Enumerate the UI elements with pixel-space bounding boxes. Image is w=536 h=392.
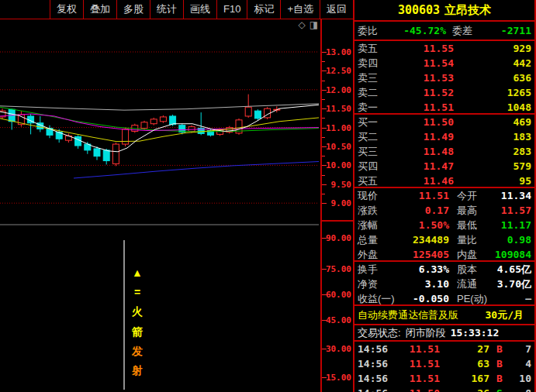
y-axis-label: 9.50: [331, 180, 352, 190]
ask-row[interactable]: 卖四11.54442: [354, 56, 534, 70]
bid-row[interactable]: 买一11.50469: [354, 115, 534, 129]
info-value: 3.70亿: [493, 277, 531, 291]
info-value: 125405: [403, 249, 449, 260]
bid-volume: 579: [454, 160, 531, 172]
rocket-launch-annotation: =: [134, 286, 140, 298]
kline-chart[interactable]: ▲=火箭发射: [0, 19, 320, 392]
info-value: 11.51: [403, 190, 449, 201]
y-axis-tick: [322, 203, 327, 204]
bid-row[interactable]: 买四11.47579: [354, 159, 534, 174]
quote-panel: 300603 立昂技术 委比 -45.72% 委差 -2711 卖五11.559…: [353, 0, 536, 392]
bid-row[interactable]: 买二11.49183: [354, 129, 534, 144]
ask-price: 11.52: [399, 87, 454, 98]
ask-volume: 1048: [454, 101, 531, 113]
bid-label: 买一: [358, 115, 399, 129]
info-row: 涨幅1.50%最低11.17: [354, 218, 534, 232]
stock-code: 300603: [398, 3, 440, 17]
info-value: 6.33%: [403, 263, 449, 275]
info-label: 量比: [457, 233, 493, 247]
trade-side: B: [489, 358, 510, 370]
ask-row[interactable]: 卖一11.511048: [354, 100, 534, 115]
subscription-banner[interactable]: 自动续费通达信普及版 30元/月: [354, 306, 534, 325]
rocket-launch-annotation: 射: [131, 364, 143, 377]
market-status-row: 交易状态: 闭市阶段 15:33:12: [354, 325, 534, 342]
marker-diamond-icon[interactable]: ◇: [298, 19, 305, 30]
toolbar-button-adjust-price[interactable]: 复权: [50, 0, 83, 19]
info-value: 4.65亿: [493, 263, 531, 277]
candle-body: [245, 107, 251, 116]
kline-svg: ▲=火箭发射: [0, 19, 320, 392]
y-axis-tick: [322, 165, 327, 166]
subscription-text: 自动续费通达信普及版: [358, 308, 458, 322]
toolbar-button-draw-line[interactable]: 画线: [183, 0, 216, 19]
y-axis-tick: [322, 61, 325, 62]
bid-volume: 95: [454, 175, 531, 187]
y-axis-tick: [322, 99, 325, 100]
trading-app-window: 复权叠加多股统计画线F10标记+自选返回 ▲=火箭发射 ◇ ◨ 13.0012.…: [0, 0, 536, 392]
quote-summary: 现价11.51今开11.34涨跌0.17最高11.57涨幅1.50%最低11.1…: [354, 188, 534, 262]
info-value: 0.17: [403, 205, 449, 216]
rocket-launch-annotation: 发: [131, 345, 143, 357]
toolbar-button-multi-stock[interactable]: 多股: [116, 0, 150, 19]
ask-row[interactable]: 卖二11.521265: [354, 85, 534, 100]
trade-broker-count: 7: [510, 343, 531, 355]
info-label: 外盘: [358, 248, 403, 262]
info-label: 总量: [358, 233, 403, 247]
y-axis-label: 13.00: [326, 47, 351, 57]
candle-body: [75, 136, 81, 146]
weibi-row: 委比 -45.72% 委差 -2711: [354, 22, 534, 41]
y-axis-tick: [322, 108, 327, 109]
sub-axis-tick: [322, 294, 327, 295]
y-axis-tick: [322, 128, 327, 129]
ma-blue: [74, 162, 319, 178]
tick-trade-list[interactable]: 14:5611.5127B714:5611.5163B414:5611.5116…: [354, 342, 534, 392]
info-label: 净资: [358, 277, 403, 291]
trade-volume: 167: [440, 373, 489, 384]
info-value: 11.34: [493, 190, 531, 201]
info-label: 最低: [457, 218, 493, 232]
stock-header: 300603 立昂技术: [354, 0, 534, 22]
status-label: 交易状态:: [358, 326, 401, 340]
ask-row[interactable]: 卖三11.53636: [354, 70, 534, 85]
info-label: 涨幅: [358, 218, 403, 232]
toolbar-button-f10[interactable]: F10: [216, 0, 247, 19]
sub-axis-tick: [322, 320, 327, 321]
y-axis-tick: [322, 184, 327, 185]
bid-price: 11.47: [399, 160, 454, 172]
info-value: 11.17: [493, 219, 531, 231]
y-axis-tick: [322, 70, 327, 71]
sub-axis-label: 75.00: [326, 264, 351, 274]
trade-row: 14:5611.51167B10: [354, 371, 534, 386]
ask-row[interactable]: 卖五11.55929: [354, 41, 534, 56]
info-label: 今开: [457, 189, 493, 203]
toolbar-button-back[interactable]: 返回: [320, 0, 353, 19]
ask-label: 卖四: [358, 57, 399, 70]
toolbar-button-add-watchlist[interactable]: +自选: [280, 0, 320, 19]
candle-body: [94, 149, 100, 156]
bid-label: 买五: [358, 174, 399, 188]
y-axis-label: 10.50: [326, 142, 351, 152]
info-row: 换手6.33%股本4.65亿: [354, 262, 534, 277]
info-row: 总量234489量比0.98: [354, 232, 534, 247]
bid-label: 买三: [358, 145, 399, 159]
toolbar-button-overlay[interactable]: 叠加: [83, 0, 116, 19]
split-screen-icon[interactable]: ◨: [309, 19, 318, 30]
trade-time: 14:56: [358, 343, 389, 355]
candle-body: [103, 150, 109, 161]
bid-row[interactable]: 买五11.4695: [354, 174, 534, 188]
chart-corner-icons: ◇ ◨: [282, 19, 318, 30]
info-row: 外盘125405内盘109084: [354, 247, 534, 262]
info-value: 109084: [493, 249, 531, 260]
trade-volume: 26: [440, 387, 489, 392]
info-label: 换手: [358, 263, 403, 277]
stock-name: 立昂技术: [444, 3, 491, 18]
trade-side: B: [489, 343, 510, 355]
bid-price: 11.50: [399, 116, 454, 128]
toolbar-button-mark[interactable]: 标记: [247, 0, 280, 19]
sub-axis-tick: [322, 377, 327, 378]
trade-price: 11.50: [389, 387, 440, 392]
bid-row[interactable]: 买三11.48283: [354, 144, 534, 159]
toolbar-button-statistics[interactable]: 统计: [150, 0, 183, 19]
rocket-launch-annotation: ▲: [132, 266, 143, 279]
trade-volume: 27: [440, 343, 489, 355]
